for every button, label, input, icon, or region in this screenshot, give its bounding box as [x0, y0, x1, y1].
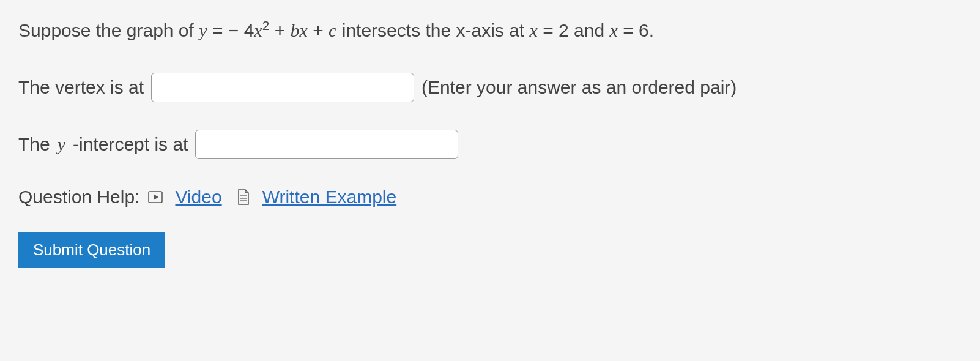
yint-label-post: -intercept is at: [73, 134, 188, 155]
eq-y: y: [199, 20, 207, 40]
eq-plus1: +: [275, 20, 291, 40]
vertex-hint: (Enter your answer as an ordered pair): [421, 77, 737, 98]
question-help-row: Question Help: Video Written Example: [18, 187, 962, 207]
vertex-label: The vertex is at: [18, 77, 144, 98]
yintercept-row: The y-intercept is at: [18, 130, 962, 159]
prompt-and: and: [574, 20, 609, 40]
yint-label-y: y: [58, 134, 65, 155]
eq-equals2: =: [543, 20, 559, 40]
eq-c: c: [329, 20, 336, 40]
eq-x4: x: [610, 20, 618, 40]
document-icon: [237, 189, 250, 205]
vertex-input[interactable]: [151, 73, 414, 102]
submit-label: Submit Question: [33, 240, 150, 259]
written-example-link[interactable]: Written Example: [262, 187, 397, 207]
eq-x3: x: [530, 20, 538, 40]
question-prompt: Suppose the graph of y = − 4x2 + bx + c …: [18, 15, 962, 45]
eq-val1: 2: [559, 20, 569, 40]
prompt-period: .: [649, 20, 654, 40]
eq-equals1: =: [212, 20, 228, 40]
eq-equals3: =: [623, 20, 639, 40]
video-icon: [148, 191, 163, 203]
help-label: Question Help:: [18, 187, 139, 207]
written-example-label: Written Example: [262, 187, 397, 207]
video-link[interactable]: Video: [175, 187, 221, 207]
video-link-label: Video: [175, 187, 221, 207]
eq-plus2: +: [313, 20, 329, 40]
svg-marker-1: [154, 194, 158, 200]
eq-exp: 2: [262, 18, 270, 32]
eq-val2: 6: [639, 20, 649, 40]
prompt-middle: intersects the x-axis at: [342, 20, 530, 40]
prompt-prefix: Suppose the graph of: [18, 20, 199, 40]
vertex-row: The vertex is at (Enter your answer as a…: [18, 73, 962, 102]
eq-x: x: [254, 20, 262, 40]
eq-x2: x: [300, 20, 308, 40]
yint-label-pre: The: [18, 134, 50, 155]
eq-minus: −: [228, 20, 239, 40]
submit-question-button[interactable]: Submit Question: [18, 232, 165, 268]
eq-coef: 4: [244, 20, 254, 40]
eq-b: b: [291, 20, 300, 40]
yintercept-input[interactable]: [195, 130, 458, 159]
